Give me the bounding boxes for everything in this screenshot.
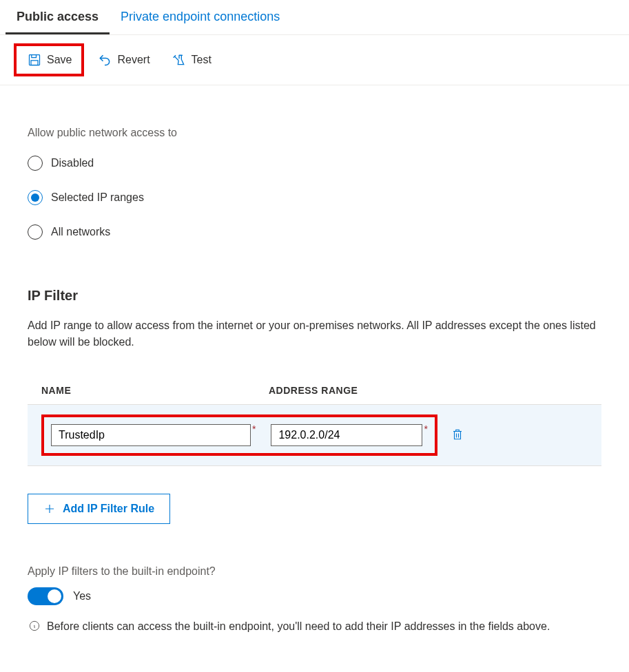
svg-rect-1 xyxy=(31,61,38,65)
required-icon: * xyxy=(424,424,427,434)
radio-icon xyxy=(28,190,43,205)
apply-toggle[interactable] xyxy=(28,587,63,605)
access-radio-group: Disabled Selected IP ranges All networks xyxy=(28,156,601,240)
save-icon xyxy=(28,53,41,67)
ip-filter-description: Add IP range to allow access from the in… xyxy=(28,317,601,350)
range-input-wrap: * xyxy=(271,424,427,446)
name-input-wrap: * xyxy=(51,424,256,446)
content-area: Allow public network access to Disabled … xyxy=(0,85,629,649)
apply-section: Apply IP filters to the built-in endpoin… xyxy=(28,565,601,636)
add-ip-filter-label: Add IP Filter Rule xyxy=(63,503,154,515)
toolbar: Save Revert Test xyxy=(0,35,629,85)
tab-public-access[interactable]: Public access xyxy=(6,0,110,34)
filter-range-input[interactable] xyxy=(271,424,422,446)
radio-all-networks[interactable]: All networks xyxy=(28,224,601,240)
apply-label: Apply IP filters to the built-in endpoin… xyxy=(28,565,601,578)
flask-check-icon xyxy=(172,53,186,67)
info-message: Before clients can access the built-in e… xyxy=(28,618,601,636)
access-label: Allow public network access to xyxy=(28,127,601,139)
ip-filter-table-header: NAME ADDRESS RANGE xyxy=(28,385,601,404)
ip-filter-heading: IP Filter xyxy=(28,288,601,304)
radio-label-selected: Selected IP ranges xyxy=(51,191,144,204)
delete-row-button[interactable] xyxy=(447,423,468,448)
toggle-knob-icon xyxy=(48,589,61,603)
plus-icon xyxy=(43,503,56,515)
radio-label-all: All networks xyxy=(51,226,110,238)
required-icon: * xyxy=(252,424,256,434)
apply-toggle-value: Yes xyxy=(73,590,91,602)
radio-label-disabled: Disabled xyxy=(51,157,94,169)
test-label: Test xyxy=(192,54,212,66)
info-text: Before clients can access the built-in e… xyxy=(47,618,550,636)
highlight-inputs: * * xyxy=(41,414,437,456)
highlight-save: Save xyxy=(14,43,84,76)
radio-icon xyxy=(28,156,43,171)
apply-toggle-row: Yes xyxy=(28,587,601,605)
info-icon xyxy=(29,620,40,631)
add-ip-filter-button[interactable]: Add IP Filter Rule xyxy=(28,494,170,524)
radio-icon xyxy=(28,224,43,240)
save-label: Save xyxy=(47,54,72,66)
revert-label: Revert xyxy=(117,54,149,66)
tab-private-endpoint[interactable]: Private endpoint connections xyxy=(110,0,291,34)
filter-name-input[interactable] xyxy=(51,424,251,446)
radio-selected-ip[interactable]: Selected IP ranges xyxy=(28,190,601,205)
ip-filter-row: * * xyxy=(28,404,601,466)
tabs-bar: Public access Private endpoint connectio… xyxy=(0,0,629,35)
column-name: NAME xyxy=(41,385,269,396)
undo-icon xyxy=(98,53,112,67)
radio-disabled[interactable]: Disabled xyxy=(28,156,601,171)
column-range: ADDRESS RANGE xyxy=(269,385,588,396)
revert-button[interactable]: Revert xyxy=(90,48,158,72)
test-button[interactable]: Test xyxy=(164,48,220,72)
trash-icon xyxy=(451,428,464,441)
save-button[interactable]: Save xyxy=(19,48,80,72)
